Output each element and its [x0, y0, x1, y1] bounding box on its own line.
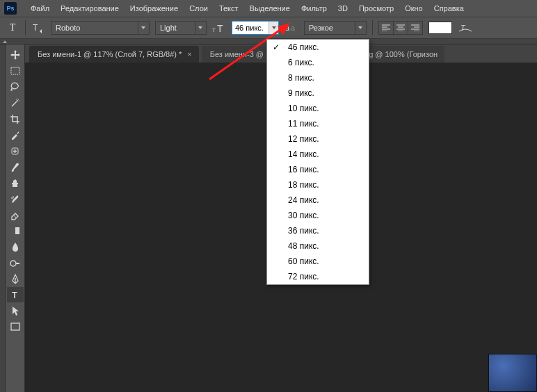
font-style-selector[interactable] — [155, 21, 207, 35]
left-edge-strip — [0, 44, 6, 392]
blur-tool[interactable] — [7, 239, 24, 254]
history-brush-tool[interactable] — [7, 191, 24, 206]
lasso-tool[interactable] — [7, 79, 24, 95]
dodge-tool[interactable] — [7, 255, 24, 270]
menu-text[interactable]: Текст — [214, 1, 244, 15]
tab-label: Без имени-1 @ 117% (Слой 7, RGB/8#) * — [38, 50, 182, 58]
font-size-option[interactable]: 36 пикс. — [267, 223, 369, 238]
svg-point-23 — [10, 261, 16, 266]
type-tool[interactable]: T — [7, 287, 24, 302]
font-size-option[interactable]: 6 пикс. — [267, 55, 369, 70]
align-left-button[interactable] — [379, 22, 393, 34]
menu-edit[interactable]: Редактирование — [55, 1, 125, 15]
divider — [372, 20, 373, 35]
font-size-option[interactable]: 72 пикс. — [267, 269, 369, 284]
text-orientation-toggle[interactable]: T — [31, 22, 45, 34]
divider — [25, 20, 26, 35]
brush-tool[interactable] — [7, 159, 24, 174]
antialias-dropdown-button[interactable] — [355, 22, 364, 34]
font-size-option[interactable]: 48 пикс. — [267, 238, 369, 254]
menu-file[interactable]: Файл — [25, 1, 55, 15]
font-size-option[interactable]: 14 пикс. — [267, 147, 369, 162]
svg-text:T: T — [212, 27, 216, 33]
font-size-selector[interactable] — [232, 21, 279, 35]
crop-tool[interactable] — [7, 111, 24, 126]
font-size-option[interactable]: 60 пикс. — [267, 254, 369, 269]
font-size-option[interactable]: 18 пикс. — [267, 177, 369, 193]
document-tab[interactable]: Без имени-1 @ 117% (Слой 7, RGB/8#) * × — [29, 46, 199, 63]
healing-brush-tool[interactable] — [7, 143, 24, 158]
font-size-option[interactable]: 10 пикс. — [267, 101, 369, 116]
font-style-input[interactable] — [156, 24, 195, 32]
menu-window[interactable]: Окно — [399, 1, 428, 15]
font-size-icon: TT — [212, 22, 226, 34]
pen-tool[interactable] — [7, 271, 24, 286]
warp-text-button[interactable]: T — [458, 22, 473, 34]
svg-text:T: T — [460, 24, 466, 32]
antialias-input[interactable] — [305, 24, 355, 32]
font-size-option[interactable]: 11 пикс. — [267, 116, 369, 131]
svg-point-19 — [17, 100, 18, 101]
move-tool[interactable] — [7, 47, 24, 63]
font-size-dropdown-menu[interactable]: 46 пикс. 6 пикс. 8 пикс. 9 пикс. 10 пикс… — [266, 39, 369, 285]
font-style-dropdown-button[interactable] — [195, 22, 205, 34]
font-family-dropdown-button[interactable] — [138, 22, 147, 34]
font-size-option[interactable]: 12 пикс. — [267, 131, 369, 147]
document-thumbnail[interactable] — [488, 354, 537, 392]
font-size-dropdown-button[interactable] — [268, 22, 278, 34]
svg-text:T: T — [12, 290, 17, 300]
font-family-input[interactable] — [51, 24, 138, 32]
font-family-selector[interactable] — [51, 21, 150, 35]
svg-text:T: T — [33, 23, 38, 33]
eyedropper-tool[interactable] — [7, 127, 24, 142]
svg-rect-18 — [11, 67, 19, 74]
font-size-input[interactable] — [232, 24, 268, 32]
menu-3d[interactable]: 3D — [332, 1, 353, 15]
svg-rect-22 — [11, 227, 15, 234]
align-center-button[interactable] — [394, 22, 408, 34]
path-selection-tool[interactable] — [7, 303, 24, 318]
svg-text:a: a — [285, 24, 290, 32]
gradient-tool[interactable] — [7, 223, 24, 238]
eraser-tool[interactable] — [7, 207, 24, 222]
svg-text:a: a — [291, 24, 296, 32]
font-size-option[interactable]: 16 пикс. — [267, 162, 369, 177]
menu-view[interactable]: Просмотр — [353, 1, 399, 15]
menu-filter[interactable]: Фильтр — [296, 1, 332, 15]
menu-image[interactable]: Изображение — [125, 1, 184, 15]
font-size-option[interactable]: 24 пикс. — [267, 193, 369, 208]
toolbox: T — [6, 44, 25, 392]
antialias-selector[interactable] — [304, 21, 367, 35]
font-size-option[interactable]: 9 пикс. — [267, 85, 369, 101]
antialias-icon: aa — [284, 22, 298, 34]
app-logo: Ps — [4, 2, 17, 15]
clone-stamp-tool[interactable] — [7, 175, 24, 190]
font-size-option[interactable]: 46 пикс. — [267, 40, 369, 55]
menu-select[interactable]: Выделение — [244, 1, 296, 15]
svg-text:T: T — [217, 23, 223, 33]
font-size-option[interactable]: 30 пикс. — [267, 208, 369, 223]
menu-bar: Ps Файл Редактирование Изображение Слои … — [0, 0, 537, 17]
svg-rect-26 — [11, 323, 19, 330]
tab-close-button[interactable]: × — [187, 50, 191, 58]
text-align-group — [378, 21, 423, 35]
align-right-button[interactable] — [408, 22, 422, 34]
rectangle-tool[interactable] — [7, 319, 24, 334]
menu-help[interactable]: Справка — [428, 1, 470, 15]
font-size-option[interactable]: 8 пикс. — [267, 70, 369, 85]
tab-label: Без имени-3 @ — [210, 50, 264, 58]
tool-preset-button[interactable]: T — [6, 21, 19, 35]
marquee-tool[interactable] — [7, 63, 24, 79]
text-color-swatch[interactable] — [428, 22, 452, 34]
magic-wand-tool[interactable] — [7, 95, 24, 111]
menu-layers[interactable]: Слои — [184, 1, 214, 15]
options-bar: T T TT aa T — [0, 17, 537, 39]
svg-point-24 — [15, 278, 16, 279]
